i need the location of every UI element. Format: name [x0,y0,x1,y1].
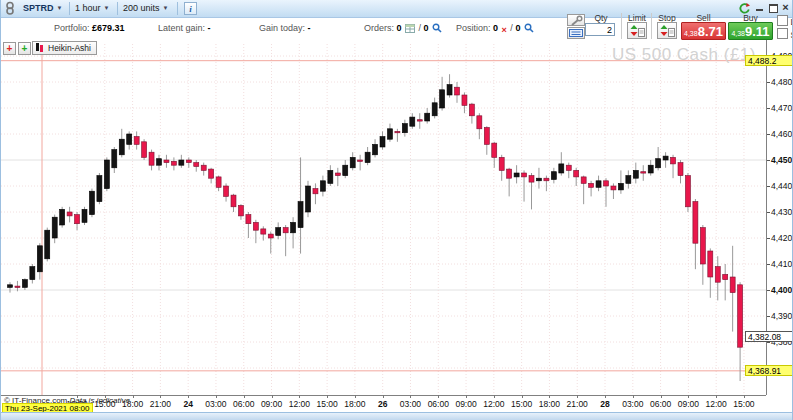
orders-search-icon[interactable] [432,23,442,35]
gain-today-value: - [308,23,311,33]
buy-button[interactable]: 4,389.11 [728,22,773,40]
stop-checkbox[interactable] [777,28,788,39]
gain-today-field: Gain today: - [259,23,311,33]
add-buy-button[interactable]: + [18,42,31,55]
orders-field: Orders: 0 / 0 [364,23,443,35]
position-count2: 0 [515,23,520,33]
price-tick-mark [767,316,770,317]
price-tick-mark [767,134,770,135]
price-tick-mark [767,108,770,109]
latent-gain-field: Latent gain: - [158,23,211,33]
link-icon[interactable] [3,1,17,19]
chevron-down-icon: ▼ [104,5,110,11]
orders-count2: 0 [424,23,429,33]
sell-button[interactable]: 4,388.71 [681,22,726,40]
timeframe-dropdown[interactable]: 1 hour▼ [75,2,109,15]
info-button[interactable]: i [184,2,197,15]
level-price-label: 4,488.2 [745,55,793,66]
wrench-icon [570,15,583,26]
price-tick-label: 4,470 [771,104,792,113]
chart-plot[interactable] [1,40,766,395]
position-search-icon[interactable] [524,23,534,35]
axis-corner [766,395,793,412]
trading-platform-window: SPTRD▼ 1 hour▼ 200 units▼ i × Portfolio:… [0,0,793,420]
instrument-watermark: US 500 Cash (£1) [612,45,756,65]
price-tick-label: 4,400 [771,286,792,295]
price-tick-mark [767,82,770,83]
time-tick-label: 15:00 [727,399,761,409]
price-axis[interactable]: 4,4904,4804,4704,4604,4504,4404,4304,420… [766,40,793,412]
units-dropdown[interactable]: 200 units▼ [123,2,168,15]
price-tick-label: 4,450 [771,156,792,165]
toolbar-separator [69,2,70,15]
price-tick-label: 4,430 [771,208,792,217]
stop-order-icon [660,24,675,37]
price-tick-mark [767,264,770,265]
chevron-down-icon: ▼ [57,5,63,11]
limit-checkbox[interactable] [777,15,788,26]
price-tick-label: 4,420 [771,234,792,243]
position-count: 0 [493,23,498,33]
portfolio-value: £679.31 [92,23,125,33]
portfolio-field: Portfolio: £679.31 [54,23,125,33]
qty-header: Qty [583,13,619,23]
toolbar-separator [177,2,178,15]
price-tick-mark [767,160,770,161]
chevron-down-icon: ▼ [163,5,169,11]
trade-panel: Qty Limit Stop Sell 4,388.71 Buy 4,389.1… [561,12,793,40]
price-tick-label: 4,390 [771,312,792,321]
price-tick-mark [767,186,770,187]
price-tick-mark [767,212,770,213]
window-bottom-edge [1,412,792,420]
price-tick-label: 4,480 [771,78,792,87]
limit-order-icon [630,24,645,37]
add-sell-button[interactable]: + [3,42,16,55]
toolbar-separator [117,2,118,15]
price-tick-label: 4,460 [771,130,792,139]
qty-input[interactable] [585,23,615,36]
orders-table-icon[interactable] [405,24,415,35]
candle-icon [36,43,45,52]
keyboard-icon [569,29,583,37]
tab-heikin-ashi[interactable]: Heikin-Ashi [32,41,97,55]
price-tick-label: 4,440 [771,182,792,191]
stop-order-button[interactable] [657,22,677,39]
symbol-dropdown[interactable]: SPTRD▼ [23,2,62,15]
latent-gain-value: - [208,23,211,33]
keyboard-button[interactable] [567,27,585,39]
position-close-icon[interactable]: × [502,25,507,35]
candlestick-chart [1,40,766,395]
price-tick-label: 4,410 [771,260,792,269]
limit-order-button[interactable] [627,22,647,39]
level-price-label: 4,368.91 [745,365,793,376]
current-price-label: 4,382.08 [745,331,793,342]
price-tick-mark [767,290,770,291]
orders-count: 0 [397,23,402,33]
price-tick-mark [767,238,770,239]
position-field: Position: 0 × / 0 [456,23,535,35]
